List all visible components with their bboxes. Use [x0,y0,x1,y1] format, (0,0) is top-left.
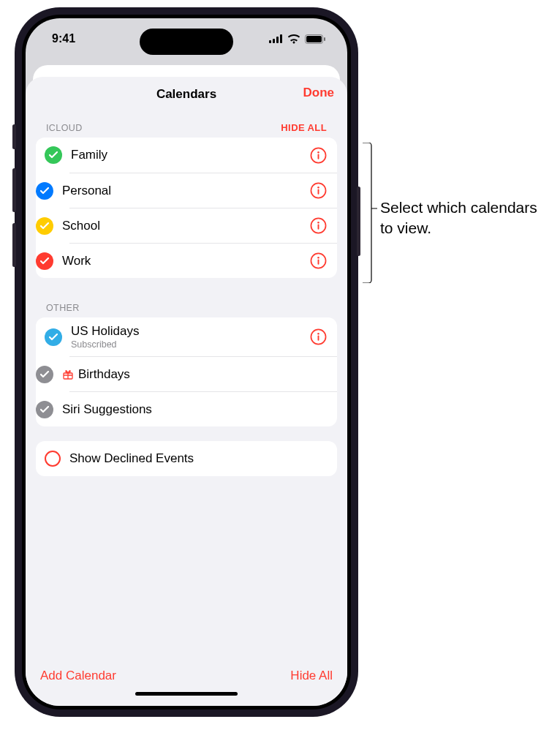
show-declined-toggle[interactable]: Show Declined Events [36,441,337,476]
svg-rect-15 [317,225,319,230]
section-header-icloud: iCloud [46,123,83,133]
done-button[interactable]: Done [303,86,335,100]
sheet-title: Calendars [156,87,216,102]
dynamic-island [140,29,233,55]
calendar-row-us-holidays[interactable]: US Holidays Subscribed [36,317,337,356]
calendar-label: Birthdays [78,367,130,382]
svg-rect-2 [276,37,279,43]
callout-bracket [362,143,378,283]
battery-icon [305,34,325,44]
calendar-sublabel: Subscribed [71,339,300,350]
phone-frame: 9:41 [15,7,358,717]
sheet-header: Calendars Done [26,77,347,112]
svg-rect-5 [306,36,322,42]
calendar-row-birthdays[interactable]: Birthdays [69,356,337,391]
svg-point-11 [317,187,319,188]
svg-point-8 [317,151,319,152]
calendars-sheet: Calendars Done iCloud Hide All [26,77,347,706]
other-calendars-card: US Holidays Subscribed [36,317,337,426]
power-button [357,187,360,256]
status-time: 9:41 [52,32,75,45]
volume-down-button [12,223,16,267]
calendar-row-siri-suggestions[interactable]: Siri Suggestions [69,391,337,426]
volume-up-button [12,168,16,212]
declined-label: Show Declined Events [69,451,327,466]
checkmark-icon [36,401,53,418]
add-calendar-button[interactable]: Add Calendar [40,669,116,683]
checkmark-icon [36,252,53,270]
checkmark-icon [36,217,53,235]
calendar-row-work[interactable]: Work [69,243,337,278]
declined-events-card: Show Declined Events [36,441,337,476]
calendar-row-school[interactable]: School [69,208,337,243]
home-indicator [135,692,238,696]
checkmark-icon [45,328,62,346]
checkmark-icon [36,182,53,200]
unchecked-icon [45,451,61,467]
calendar-label: US Holidays [71,324,300,339]
info-icon[interactable] [309,182,327,200]
svg-rect-9 [317,154,319,159]
svg-rect-6 [324,37,325,41]
section-header-other: Other [46,303,80,313]
cellular-icon [269,34,283,43]
calendar-label: Work [62,254,300,268]
calendar-label: Personal [62,184,300,198]
hide-all-icloud-button[interactable]: Hide All [281,122,327,133]
icloud-calendars-card: Family Personal [36,138,337,278]
info-icon[interactable] [309,146,327,164]
calendar-label: Family [71,148,300,162]
wifi-icon [287,34,300,44]
callout-text: Select which calendars to view. [380,197,548,239]
checkmark-icon [45,146,62,164]
svg-rect-1 [273,39,275,43]
svg-point-14 [317,222,319,223]
svg-point-20 [317,333,319,334]
svg-rect-18 [317,260,319,265]
info-icon[interactable] [309,217,327,235]
calendar-label: School [62,219,300,233]
svg-rect-12 [317,189,319,195]
svg-rect-0 [269,40,271,43]
bottom-toolbar: Add Calendar Hide All [26,660,347,683]
screen: 9:41 [26,18,347,706]
calendar-row-personal[interactable]: Personal [69,173,337,208]
checkmark-icon [36,366,53,383]
calendar-row-family[interactable]: Family [36,138,337,173]
svg-rect-21 [317,336,319,341]
info-icon[interactable] [309,252,327,270]
svg-point-17 [317,257,319,258]
info-icon[interactable] [309,328,327,346]
silent-switch [12,124,16,149]
svg-rect-3 [280,34,282,43]
gift-icon [62,369,74,380]
calendar-label: Siri Suggestions [62,402,327,417]
hide-all-button[interactable]: Hide All [290,669,333,683]
